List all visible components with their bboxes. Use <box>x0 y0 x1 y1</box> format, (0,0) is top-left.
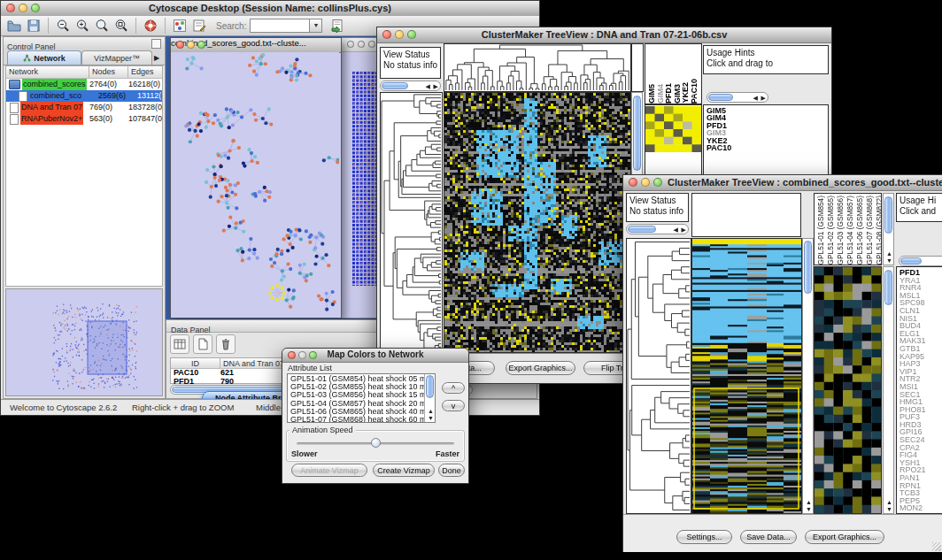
column-dendrogram-pane[interactable] <box>444 43 631 92</box>
zoom-fit-icon[interactable] <box>92 16 112 35</box>
zoom-in-icon[interactable] <box>73 16 92 35</box>
zoom-button[interactable] <box>197 41 205 49</box>
row-dendrogram-pane[interactable] <box>380 92 443 353</box>
column-label[interactable]: YKE2 <box>682 82 690 104</box>
status-welcome: Welcome to Cytoscape 2.6.2 <box>10 403 117 412</box>
network-type-icon <box>10 103 19 113</box>
settings-button[interactable]: Settings... <box>676 530 732 544</box>
status-pan-hint: Middle- <box>256 403 283 412</box>
annotation-icon[interactable] <box>189 16 209 35</box>
treeview2-column-labels[interactable]: GPL51-01 (GSM854)GPL51-02 (GSM855)GPL51-… <box>814 193 882 265</box>
network-list-row[interactable]: RNAPuberNov2+ 563(0) 107847(0) <box>6 113 162 125</box>
export-graphics-button[interactable]: Export Graphics... <box>506 361 575 375</box>
network-view-window-1[interactable]: combined_scores_good.txt--cluste... <box>170 37 342 318</box>
tab-network[interactable]: Network <box>7 50 81 65</box>
network-type-icon <box>9 80 20 89</box>
usage-hints-label: Usage Hints <box>706 48 754 58</box>
view-status-text: No status info f <box>383 60 440 70</box>
data-panel-title: Data Panel <box>166 326 211 334</box>
global-heatmap-pane[interactable] <box>444 92 631 353</box>
attribute-list-label: Attribute List <box>288 364 332 372</box>
attribute-table-icon[interactable] <box>170 334 189 354</box>
attribute-list-vscrollbar[interactable]: ▲▼ <box>424 374 435 422</box>
network-list-row[interactable]: DNA and Tran 07 769(0) 183728(0) <box>6 102 162 113</box>
column-label[interactable]: GIM4 <box>657 84 665 104</box>
treeview1-column-labels[interactable]: GIM5GIM4PFD1GIM3YKE2PAC10 <box>645 43 702 104</box>
column-header-edges[interactable]: Edges <box>128 66 162 78</box>
treeview2-hints-hscrollbar[interactable] <box>899 256 942 266</box>
tab-overflow-icon[interactable]: ▶ <box>154 51 159 65</box>
zoom-heatmap-pane[interactable] <box>645 106 701 152</box>
treeview1-title: ClusterMaker TreeView : DNA and Tran 07-… <box>377 29 831 40</box>
network-list-row[interactable]: combined_sco 2569(6) 13112(15) <box>6 90 162 102</box>
column-header-network[interactable]: Network <box>6 66 89 78</box>
export-graphics-button[interactable]: Export Graphics... <box>805 530 884 544</box>
row-dendrogram-pane[interactable] <box>626 238 691 514</box>
attribute-list-item[interactable]: GPL51-07 (GSM868) heat shock 60 min <box>290 416 435 423</box>
treeview2-global-vscrollbar[interactable]: ▲▼ <box>802 238 814 514</box>
close-button[interactable] <box>176 41 184 49</box>
main-window-title: Cytoscape Desktop (Session Name: collins… <box>1 3 539 13</box>
treeview1-status-hscrollbar[interactable]: ◀▶ <box>380 81 441 91</box>
network-overview-panel[interactable] <box>5 288 163 396</box>
treeview1-title-bar[interactable]: ClusterMaker TreeView : DNA and Tran 07-… <box>377 27 831 43</box>
column-label[interactable]: GPL51-04 (GSM857) <box>845 196 854 265</box>
search-input[interactable] <box>250 19 310 33</box>
column-label[interactable]: GPL51-06 (GSM865) <box>855 196 864 265</box>
treeview2-status-hscrollbar[interactable]: ◀▶ <box>626 224 689 234</box>
id-column-header[interactable]: ID <box>171 358 220 368</box>
help-lifering-icon[interactable] <box>141 16 160 35</box>
network-list-row[interactable]: combined_scores 2764(0) 16218(0) <box>6 79 162 90</box>
gene-label[interactable]: MON2 <box>900 504 942 512</box>
vizmapper-icon[interactable] <box>170 16 189 35</box>
dialog-title-bar[interactable]: Map Colors to Network <box>282 349 468 363</box>
delete-attribute-icon[interactable] <box>216 334 236 354</box>
import-table-icon[interactable] <box>328 16 347 35</box>
animate-vizmap-button[interactable]: Animate Vizmap <box>291 464 367 477</box>
column-label[interactable]: PFD1 <box>665 83 673 104</box>
open-session-icon[interactable] <box>4 16 24 35</box>
gene-label[interactable]: PAC10 <box>706 144 828 151</box>
resize-grip[interactable] <box>932 542 941 551</box>
minimize-button[interactable] <box>187 41 195 49</box>
column-label[interactable]: GPL51-08 (GSM872) <box>875 196 882 265</box>
treeview2-gene-vscrollbar[interactable]: ▲▼ <box>883 266 894 514</box>
save-session-icon[interactable] <box>24 16 43 35</box>
treeview2-title-bar[interactable]: ClusterMaker TreeView : combined_scores_… <box>623 175 942 191</box>
zoom-heatmap-pane[interactable] <box>814 266 882 514</box>
animation-speed-label: Animation Speed <box>290 426 356 434</box>
tab-vizmapper[interactable]: VizMapper™ <box>81 50 152 65</box>
slower-label: Slower <box>291 449 318 458</box>
treeview2-title: ClusterMaker TreeView : combined_scores_… <box>623 177 942 188</box>
new-attribute-icon[interactable] <box>193 334 212 354</box>
create-vizmap-button[interactable]: Create Vizmap <box>373 464 435 477</box>
control-panel: Control Panel Network VizMapper™ ▶ Netwo… <box>3 36 166 399</box>
column-header-nodes[interactable]: Nodes <box>89 66 128 78</box>
treeview1-hints-hscrollbar[interactable]: ◀▶ <box>706 92 768 103</box>
global-heatmap-pane[interactable] <box>691 238 802 514</box>
column-label[interactable]: GPL51-01 (GSM854) <box>816 196 825 265</box>
zoom-out-icon[interactable] <box>53 16 73 35</box>
column-label[interactable]: GPL51-03 (GSM856) <box>836 196 845 265</box>
float-panel-icon[interactable] <box>151 39 161 49</box>
network-graph-canvas[interactable] <box>171 52 339 316</box>
move-down-button[interactable]: v <box>442 400 465 411</box>
main-title-bar[interactable]: Cytoscape Desktop (Session Name: collins… <box>1 1 539 17</box>
attribute-listbox[interactable]: GPL51-01 (GSM854) heat shock 05 minGPL51… <box>287 373 436 423</box>
zoom-selected-icon[interactable] <box>112 16 131 35</box>
treeview2-collabel-vscrollbar[interactable]: ▲▼ <box>883 193 894 265</box>
search-label: Search: <box>216 21 246 31</box>
search-dropdown-icon[interactable]: ▼ <box>310 19 322 33</box>
done-button[interactable]: Done <box>438 464 465 477</box>
column-label[interactable]: GPL51-07 (GSM868) <box>865 196 874 265</box>
move-up-button[interactable]: ^ <box>442 382 465 394</box>
speed-slider-thumb[interactable] <box>371 438 381 448</box>
save-data-button[interactable]: Save Data... <box>740 530 797 544</box>
column-dendrogram-pane[interactable] <box>691 193 801 237</box>
column-label[interactable]: GIM5 <box>648 84 656 104</box>
network-tab-icon <box>23 54 31 62</box>
column-label[interactable]: GPL51-02 (GSM855) <box>826 196 835 265</box>
usage-hints-text: Click and drag to <box>706 58 773 68</box>
column-label[interactable]: PAC10 <box>691 79 699 104</box>
view-status-text: No status info <box>629 206 683 216</box>
